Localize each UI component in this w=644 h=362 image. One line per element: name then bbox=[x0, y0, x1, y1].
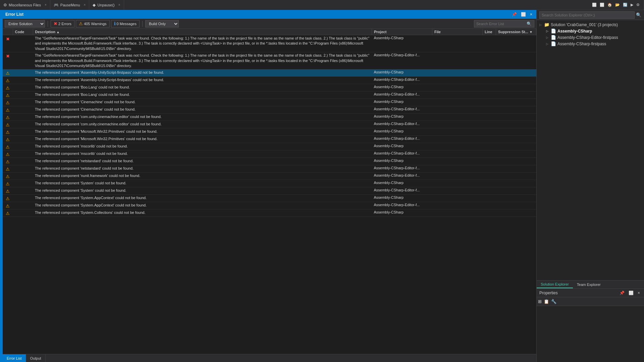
row-line bbox=[483, 165, 496, 173]
se-search-input[interactable] bbox=[539, 11, 635, 19]
row-code bbox=[13, 52, 33, 69]
row-project: Assembly-CSharp bbox=[372, 35, 432, 52]
col-header-code[interactable]: Code bbox=[13, 29, 33, 35]
toolbar-icon-6[interactable]: ▶ bbox=[631, 3, 633, 7]
col-header-description[interactable]: Description ▲ bbox=[33, 29, 372, 35]
tab-error-list[interactable]: Error List bbox=[3, 354, 26, 362]
tab-misc-files-close[interactable]: × bbox=[45, 3, 47, 7]
tree-item-assembly-csharp[interactable]: ▷ 📄 Assembly-CSharp bbox=[543, 28, 644, 34]
table-row[interactable]: ✖The "GetReferenceNearestTargetFramework… bbox=[3, 52, 536, 69]
table-row[interactable]: ⚠The referenced component 'mscorlib' cou… bbox=[3, 150, 536, 158]
table-row[interactable]: ⚠The referenced component 'Microsoft.Win… bbox=[3, 136, 536, 143]
row-line bbox=[483, 180, 496, 187]
tree-item-solution[interactable]: ▷ 📁 Solution 'CrabGame_001' (3 projects) bbox=[537, 21, 644, 28]
tab-misc-files[interactable]: ⚙ Miscellaneous Files × bbox=[0, 0, 50, 10]
se-header: 🔍 bbox=[537, 10, 644, 20]
table-row[interactable]: ⚠The referenced component 'System' could… bbox=[3, 187, 536, 195]
col-filter-icon[interactable]: ▼ bbox=[529, 30, 533, 34]
table-row[interactable]: ⚠The referenced component 'Cinemachine' … bbox=[3, 99, 536, 106]
table-row[interactable]: ⚠The referenced component 'com.unity.cin… bbox=[3, 114, 536, 121]
table-row[interactable]: ⚠The referenced component 'nunit.framewo… bbox=[3, 173, 536, 180]
build-only-select[interactable]: Build Only bbox=[145, 20, 179, 27]
se-tab-solution-explorer[interactable]: Solution Explorer bbox=[537, 281, 573, 288]
table-row[interactable]: ⚠The referenced component 'mscorlib' cou… bbox=[3, 143, 536, 150]
props-float-btn[interactable]: ⬜ bbox=[627, 290, 635, 296]
toolbar-separator-2 bbox=[142, 21, 143, 27]
props-content bbox=[537, 306, 644, 362]
row-line bbox=[483, 52, 496, 69]
toolbar-icon-2[interactable]: ⬜ bbox=[600, 3, 604, 7]
search-icon: 🔍 bbox=[527, 21, 532, 26]
tree-item-assembly-firstpass[interactable]: ▷ 📄 Assembly-CSharp-firstpass bbox=[543, 41, 644, 47]
tab-pause-menu[interactable]: 🎮 PauseMenu × bbox=[50, 0, 90, 10]
row-suppression bbox=[496, 52, 536, 69]
table-row[interactable]: ⚠The referenced component 'Boo.Lang' cou… bbox=[3, 92, 536, 99]
table-row[interactable]: ⚠The referenced component 'Assembly-Unit… bbox=[3, 69, 536, 77]
row-warning-icon: ⚠ bbox=[6, 71, 10, 76]
props-icon-1[interactable]: ⊞ bbox=[538, 299, 542, 304]
props-icon-3[interactable]: 🔧 bbox=[551, 299, 556, 304]
col-header-suppression[interactable]: Suppression St... ▼ bbox=[496, 29, 536, 35]
row-file bbox=[432, 150, 483, 158]
table-row[interactable]: ⚠The referenced component 'Boo.Lang' cou… bbox=[3, 84, 536, 92]
search-error-input[interactable] bbox=[476, 22, 527, 26]
table-row[interactable]: ⚠The referenced component 'netstandard' … bbox=[3, 165, 536, 173]
row-warning-icon: ⚠ bbox=[6, 122, 10, 127]
messages-button[interactable]: ℹ 0 Messages bbox=[111, 20, 140, 27]
props-pin-btn[interactable]: 📌 bbox=[618, 290, 626, 296]
se-tree: ▷ 📁 Solution 'CrabGame_001' (3 projects)… bbox=[537, 20, 644, 280]
row-suppression bbox=[496, 92, 536, 99]
row-warning-icon: ⚠ bbox=[6, 174, 10, 179]
row-description: The referenced component 'Assembly-Unity… bbox=[33, 69, 372, 77]
row-line bbox=[483, 173, 496, 180]
props-icon-2[interactable]: 📋 bbox=[544, 299, 549, 304]
table-row[interactable]: ⚠The referenced component 'netstandard' … bbox=[3, 158, 536, 165]
col-header-file[interactable]: File bbox=[432, 29, 483, 35]
close-panel-button[interactable]: × bbox=[529, 11, 534, 17]
toolbar-icon-3[interactable]: 🏠 bbox=[607, 3, 612, 7]
row-project: Assembly-CSharp bbox=[372, 143, 432, 150]
col-header-line[interactable]: Line bbox=[483, 29, 496, 35]
col-header-project[interactable]: Project bbox=[372, 29, 432, 35]
error-table: Code Description ▲ Project File Line Sup… bbox=[3, 29, 536, 217]
table-row[interactable]: ⚠The referenced component 'System.AppCon… bbox=[3, 195, 536, 202]
toolbar-icon-7[interactable]: ⚙ bbox=[636, 3, 640, 7]
table-row[interactable]: ✖The "GetReferenceNearestTargetFramework… bbox=[3, 35, 536, 52]
props-header: Properties 📌 ⬜ × bbox=[537, 289, 644, 297]
table-row[interactable]: ⚠The referenced component 'com.unity.cin… bbox=[3, 121, 536, 128]
toolbar-icon-4[interactable]: 📂 bbox=[615, 3, 620, 7]
table-row[interactable]: ⚠The referenced component 'Microsoft.Win… bbox=[3, 128, 536, 136]
pin-button[interactable]: 📌 bbox=[511, 11, 518, 17]
toolbar-icon-5[interactable]: 🔄 bbox=[623, 3, 628, 7]
tab-unpause-close[interactable]: × bbox=[118, 3, 120, 7]
row-description: The "GetReferenceNearestTargetFrameworkT… bbox=[33, 35, 372, 52]
table-row[interactable]: ⚠The referenced component 'System' could… bbox=[3, 180, 536, 187]
row-line bbox=[483, 209, 496, 217]
row-code bbox=[13, 202, 33, 209]
bottom-tabs: Error List Output bbox=[3, 354, 536, 362]
props-close-btn[interactable]: × bbox=[636, 290, 641, 296]
table-row[interactable]: ⚠The referenced component 'System.Collec… bbox=[3, 209, 536, 217]
row-project: Assembly-CSharp-Editor-f... bbox=[372, 92, 432, 99]
row-code bbox=[13, 150, 33, 158]
se-tab-team-explorer[interactable]: Team Explorer bbox=[573, 281, 605, 288]
row-line bbox=[483, 202, 496, 209]
row-icon-cell: ⚠ bbox=[3, 173, 13, 180]
table-row[interactable]: ⚠The referenced component 'Assembly-Unit… bbox=[3, 77, 536, 84]
warnings-button[interactable]: ⚠ 405 Warnings bbox=[76, 20, 109, 27]
top-bar: ⚙ Miscellaneous Files × 🎮 PauseMenu × ◆ … bbox=[0, 0, 644, 10]
float-button[interactable]: ⬜ bbox=[520, 11, 527, 17]
table-row[interactable]: ⚠The referenced component 'System.AppCon… bbox=[3, 202, 536, 209]
row-line bbox=[483, 84, 496, 92]
tab-unpause[interactable]: ◆ Unpause() × bbox=[89, 0, 124, 10]
tab-pause-menu-close[interactable]: × bbox=[84, 3, 86, 7]
row-project: Assembly-CSharp bbox=[372, 128, 432, 136]
table-row[interactable]: ⚠The referenced component 'Cinemachine' … bbox=[3, 106, 536, 114]
tab-output[interactable]: Output bbox=[26, 354, 46, 362]
toolbar-icon-1[interactable]: ⬜ bbox=[592, 3, 597, 7]
errors-button[interactable]: ✖ 2 Errors bbox=[51, 20, 74, 27]
filter-select[interactable]: Entire Solution bbox=[5, 20, 45, 27]
se-bottom-tabs: Solution Explorer Team Explorer bbox=[537, 280, 644, 288]
tree-item-assembly-editor[interactable]: ▷ 📄 Assembly-CSharp-Editor-firstpass bbox=[543, 34, 644, 41]
row-file bbox=[432, 69, 483, 77]
